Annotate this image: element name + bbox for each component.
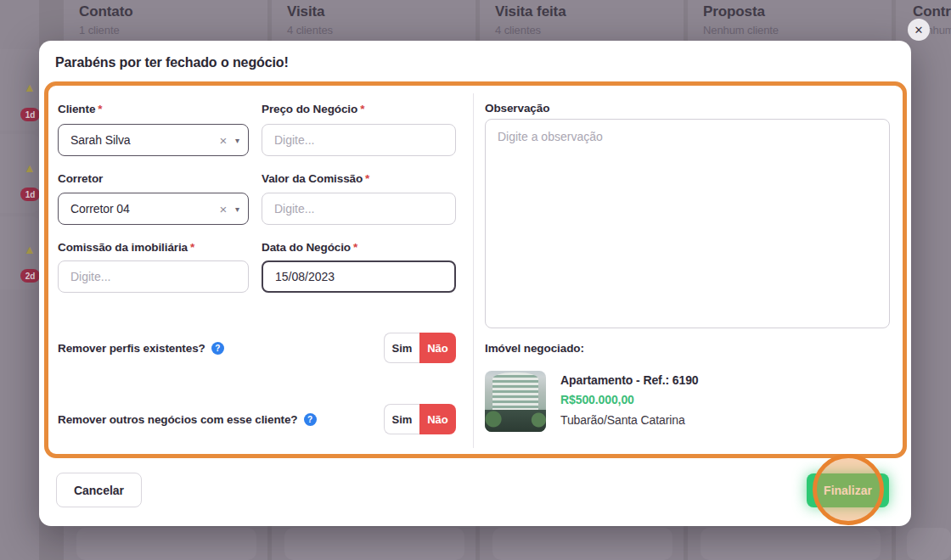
remover-perfis-toggle: Sim Não	[384, 333, 456, 363]
column-title: Contrato	[913, 3, 951, 20]
overdue-badge: 1d	[20, 108, 40, 121]
modal-title: Parabéns por ter fechado o negócio!	[55, 55, 289, 70]
kanban-card	[907, 528, 951, 560]
nao-button[interactable]: Não	[419, 404, 456, 434]
observacao-label: Observação	[485, 102, 549, 115]
nao-button[interactable]: Não	[419, 333, 456, 363]
comissao-imobiliaria-input[interactable]	[58, 260, 249, 293]
required-mark: *	[360, 103, 364, 115]
corretor-label: Corretor	[58, 172, 103, 185]
valor-comissao-input[interactable]	[262, 193, 456, 225]
required-mark: *	[365, 172, 369, 185]
finish-button[interactable]: Finalizar	[807, 473, 889, 507]
warning-icon: ▲	[24, 244, 36, 255]
close-deal-modal: Parabéns por ter fechado o negócio! Clie…	[39, 41, 911, 526]
kanban-card	[76, 528, 256, 560]
column-title: Proposta	[703, 3, 765, 20]
kanban-card	[284, 528, 464, 560]
property-location: Tubarão/Santa Catarina	[560, 413, 685, 427]
help-icon[interactable]: ?	[211, 342, 224, 355]
preco-label: Preço do Negócio*	[262, 103, 364, 115]
column-divider	[473, 93, 474, 448]
clear-icon[interactable]: ×	[214, 202, 232, 216]
observacao-textarea[interactable]	[485, 119, 890, 328]
warning-icon: ▲	[24, 162, 36, 174]
overdue-badge: 1d	[20, 188, 40, 201]
data-negocio-label: Data do Negócio*	[262, 241, 357, 254]
property-title: Apartamento - Ref.: 6190	[560, 373, 699, 387]
valor-comissao-label: Valor da Comissão*	[262, 172, 369, 185]
column-count: Nenhum cliente	[703, 24, 779, 36]
cliente-select[interactable]: Sarah Silva × ▾	[58, 124, 249, 156]
chevron-down-icon[interactable]: ▾	[232, 204, 239, 214]
chevron-down-icon[interactable]: ▾	[232, 136, 239, 145]
property-thumbnail	[485, 371, 546, 432]
clear-icon[interactable]: ×	[214, 133, 232, 148]
column-title: Visita feita	[495, 3, 566, 20]
corretor-select[interactable]: Corretor 04 × ▾	[58, 193, 249, 225]
kanban-card	[492, 528, 672, 560]
remover-perfis-question: Remover perfis existentes? ?	[58, 333, 224, 363]
cancel-button[interactable]: Cancelar	[56, 473, 142, 507]
cliente-label: Cliente*	[58, 103, 102, 115]
warning-icon: ▲	[24, 81, 36, 93]
required-mark: *	[98, 103, 102, 115]
column-title: Visita	[287, 3, 324, 20]
corretor-select-value: Corretor 04	[70, 202, 214, 216]
remover-negocios-question: Remover outros negócios com esse cliente…	[58, 404, 317, 434]
required-mark: *	[353, 241, 357, 254]
cliente-select-value: Sarah Silva	[70, 133, 214, 147]
kanban-card	[701, 528, 881, 560]
column-title: Contato	[79, 3, 133, 20]
imovel-negociado-label: Imóvel negociado:	[485, 342, 584, 355]
remover-negocios-toggle: Sim Não	[384, 404, 456, 434]
help-icon[interactable]: ?	[304, 413, 317, 426]
data-negocio-input[interactable]	[262, 260, 456, 293]
close-icon[interactable]: ✕	[908, 19, 930, 41]
comissao-imobiliaria-label: Comissão da imobiliária*	[58, 241, 194, 254]
column-count: 4 clientes	[287, 24, 333, 36]
sim-button[interactable]: Sim	[384, 404, 419, 434]
column-count: 4 clientes	[495, 24, 541, 36]
property-price: R$500.000,00	[560, 393, 634, 406]
preco-input[interactable]	[262, 124, 456, 156]
required-mark: *	[190, 241, 194, 254]
sim-button[interactable]: Sim	[384, 333, 419, 363]
column-count: 1 cliente	[79, 24, 120, 36]
overdue-badge: 2d	[20, 269, 40, 283]
